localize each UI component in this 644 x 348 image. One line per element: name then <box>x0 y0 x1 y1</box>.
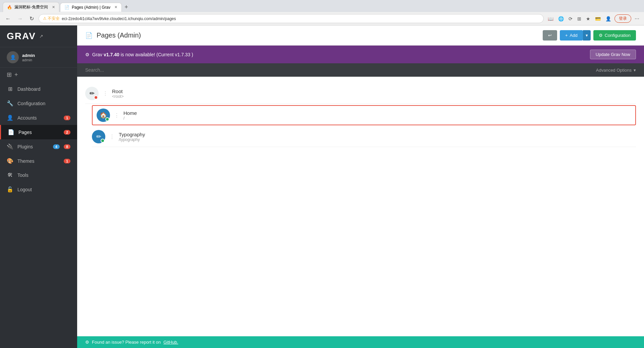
page-item-typography[interactable]: ✏ ⋮ Typography /typography <box>92 127 636 147</box>
sidebar-item-label-dashboard: Dashboard <box>17 86 70 92</box>
profile-button[interactable]: 👤 <box>604 15 612 23</box>
status-dot-root <box>94 95 98 99</box>
login-button[interactable]: 登录 <box>614 14 631 23</box>
sidebar-item-tools[interactable]: 🛠 Tools <box>0 168 77 182</box>
read-mode-button[interactable]: 📖 <box>546 15 555 23</box>
current-version: v1.7.33 <box>175 52 190 57</box>
accounts-badge: 1 <box>64 116 70 120</box>
plugins-badge: 8 <box>64 144 70 149</box>
add-icon: + <box>565 33 568 38</box>
split-view-button[interactable]: ⊞ <box>576 15 583 23</box>
chevron-down-icon: ▾ <box>634 68 636 73</box>
sidebar-item-plugins[interactable]: 🔌 Plugins 4 8 <box>0 139 77 154</box>
page-icon-home: 🏠 <box>97 109 110 122</box>
add-label: Add <box>570 33 578 38</box>
back-to-site-button[interactable]: ↩ <box>543 30 557 41</box>
security-warning: ⚠ 不安全 <box>43 16 60 21</box>
sidebar-item-label-tools: Tools <box>17 172 70 178</box>
add-icon: + <box>14 71 18 78</box>
update-grav-button[interactable]: Update Grav Now <box>590 50 636 59</box>
app-container: GRAV ↗ 👤 admin admin ⊞ + ⊞ Dashboard 🔧 C… <box>0 25 644 348</box>
new-version: v1.7.40 <box>104 52 119 57</box>
footer: ⚙ Found an issue? Please report it on Gi… <box>77 336 644 348</box>
notification-bar: ⚙ Grav v1.7.40 is now available! (Curren… <box>77 46 644 63</box>
tab-1-close[interactable]: ✕ <box>52 5 55 9</box>
browser-actions: 📖 🌐 ⟳ ⊞ ★ 💳 👤 登录 ⋯ <box>546 14 641 23</box>
sidebar-item-dashboard[interactable]: ⊞ Dashboard <box>0 82 77 96</box>
address-text: eci-2zedo4i1cl4a7wv9tvke.cloudeci1.ichun… <box>62 16 539 21</box>
tab-bar: 🔥 漏洞靶标-免费空间 ✕ 📄 Pages (Admin) | Grav ✕ + <box>0 0 644 12</box>
sidebar-item-themes[interactable]: 🎨 Themes 1 <box>0 154 77 168</box>
drag-handle-root[interactable]: ⋮ <box>103 90 108 97</box>
external-link-icon[interactable]: ↗ <box>39 33 43 39</box>
user-info: admin admin <box>22 53 35 62</box>
sidebar-item-label-pages: Pages <box>18 130 60 135</box>
translate-button[interactable]: 🌐 <box>557 15 565 23</box>
plugins-icon: 🔌 <box>7 143 13 150</box>
search-input[interactable] <box>85 67 592 73</box>
tools-icon: 🛠 <box>7 172 13 178</box>
page-info-home: Home / <box>123 110 631 121</box>
search-bar: Advanced Options ▾ <box>77 63 644 77</box>
sidebar-item-label-themes: Themes <box>17 158 60 164</box>
sidebar-logo: GRAV ↗ <box>0 25 77 47</box>
drag-handle-home[interactable]: ⋮ <box>114 112 119 119</box>
add-button-group: + Add ▾ <box>560 30 591 41</box>
themes-icon: 🎨 <box>7 158 13 164</box>
add-dropdown-button[interactable]: ▾ <box>583 30 591 41</box>
main-content: 📄 Pages (Admin) ↩ + Add ▾ ⚙ Configuratio… <box>77 25 644 348</box>
drag-handle-typography[interactable]: ⋮ <box>109 134 115 140</box>
page-item-home[interactable]: 🏠 ⋮ Home / <box>92 105 636 125</box>
back-button[interactable]: ← <box>3 15 13 22</box>
address-input-container[interactable]: ⚠ 不安全 eci-2zedo4i1cl4a7wv9tvke.cloudeci1… <box>39 14 544 23</box>
footer-text: Found an issue? Please report it on <box>92 340 161 345</box>
avatar-icon: 👤 <box>10 55 16 60</box>
sidebar-item-pages[interactable]: 📄 Pages 2 <box>0 125 77 139</box>
sidebar-add-row[interactable]: ⊞ + <box>0 68 77 82</box>
configuration-button[interactable]: ⚙ Configuration <box>593 30 636 41</box>
sidebar-item-accounts[interactable]: 👤 Accounts 1 <box>0 111 77 125</box>
user-name: admin <box>22 53 35 58</box>
wallet-button[interactable]: 💳 <box>594 15 602 23</box>
page-title: Pages (Admin) <box>97 31 539 39</box>
sidebar-item-configuration[interactable]: 🔧 Configuration <box>0 96 77 111</box>
notification-suffix: ) <box>192 52 193 57</box>
pages-icon: 📄 <box>8 129 14 135</box>
refresh-page-button[interactable]: ⟳ <box>567 15 574 23</box>
forward-button[interactable]: → <box>15 15 25 22</box>
advanced-options-label: Advanced Options <box>596 68 632 73</box>
page-icon-typography: ✏ <box>92 130 105 143</box>
tab-2[interactable]: 📄 Pages (Admin) | Grav ✕ <box>60 3 122 12</box>
sidebar-item-label-configuration: Configuration <box>17 101 70 106</box>
tab-2-favicon: 📄 <box>64 5 69 10</box>
dashboard-icon: ⊞ <box>7 86 13 92</box>
page-list: ✏ ⋮ Root <root> 🏠 ⋮ Home / <box>77 77 644 336</box>
accounts-icon: 👤 <box>7 115 13 121</box>
status-dot-home <box>105 117 109 121</box>
browser-chrome: 🔥 漏洞靶标-免费空间 ✕ 📄 Pages (Admin) | Grav ✕ +… <box>0 0 644 25</box>
config-icon: ⚙ <box>599 33 603 38</box>
notification-text: ⚙ Grav v1.7.40 is now available! (Curren… <box>85 52 193 57</box>
tab-1[interactable]: 🔥 漏洞靶标-免费空间 ✕ <box>3 2 59 12</box>
page-path-typography: /typography <box>119 137 636 142</box>
logo-text: GRAV <box>7 31 36 42</box>
grav-icon: ⚙ <box>85 52 90 57</box>
tab-2-close[interactable]: ✕ <box>114 5 117 9</box>
sidebar-item-logout[interactable]: 🔓 Logout <box>0 182 77 197</box>
advanced-options-button[interactable]: Advanced Options ▾ <box>596 68 636 73</box>
new-tab-button[interactable]: + <box>122 4 130 11</box>
github-link[interactable]: GitHub. <box>163 340 178 345</box>
tab-2-title: Pages (Admin) | Grav <box>72 5 110 10</box>
more-button[interactable]: ⋯ <box>633 15 641 23</box>
refresh-button[interactable]: ↻ <box>28 15 36 22</box>
themes-badge: 1 <box>64 159 70 163</box>
notification-middle: is now available! (Current <box>121 52 175 57</box>
favorites-button[interactable]: ★ <box>585 15 592 23</box>
add-page-button[interactable]: + Add <box>560 30 583 41</box>
sidebar-user: 👤 admin admin <box>0 47 77 68</box>
page-item-root[interactable]: ✏ ⋮ Root <root> <box>85 83 636 104</box>
page-name-home: Home <box>123 110 631 116</box>
main-header: 📄 Pages (Admin) ↩ + Add ▾ ⚙ Configuratio… <box>77 25 644 46</box>
page-name-root: Root <box>112 88 636 94</box>
sidebar-nav: ⊞ Dashboard 🔧 Configuration 👤 Accounts 1… <box>0 82 77 348</box>
